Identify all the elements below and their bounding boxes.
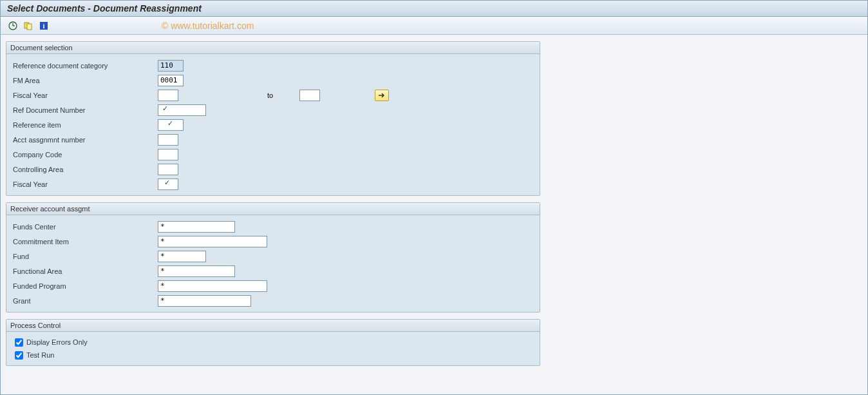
receiver-title: Receiver account assgmt: [6, 203, 540, 215]
receiver-group: Receiver account assgmt Funds Center Com…: [6, 202, 540, 313]
test-run-checkbox[interactable]: [15, 351, 23, 360]
ref-doc-num-label: Ref Document Number: [13, 106, 158, 114]
fund-input[interactable]: [158, 251, 206, 262]
funds-center-input[interactable]: [158, 221, 235, 233]
fiscal-year-to-input[interactable]: [299, 90, 320, 101]
ref-item-label: Reference item: [13, 121, 158, 129]
grant-input[interactable]: [158, 295, 251, 307]
content-area: Document selection Reference document ca…: [1, 35, 867, 379]
document-selection-group: Document selection Reference document ca…: [6, 41, 540, 196]
grant-label: Grant: [13, 297, 158, 305]
multiple-selection-button[interactable]: [375, 90, 389, 101]
window-title: Select Documents - Document Reassignment: [7, 3, 202, 14]
test-run-label: Test Run: [26, 351, 54, 359]
execute-icon[interactable]: [7, 20, 19, 32]
commitment-input[interactable]: [158, 236, 267, 247]
main-window: Select Documents - Document Reassignment…: [0, 0, 868, 395]
fiscal-year2-input[interactable]: [158, 178, 178, 190]
acct-num-label: Acct assgnmnt number: [13, 136, 158, 144]
variant-icon[interactable]: [23, 20, 34, 32]
ref-doc-cat-input[interactable]: [158, 60, 184, 72]
fiscal-year2-label: Fiscal Year: [13, 180, 158, 188]
fm-area-input[interactable]: [158, 75, 184, 86]
func-area-label: Functional Area: [13, 267, 158, 275]
company-code-label: Company Code: [13, 151, 158, 159]
info-icon[interactable]: i: [38, 20, 50, 32]
funds-center-label: Funds Center: [13, 223, 158, 231]
ref-doc-num-input[interactable]: [158, 104, 206, 116]
fiscal-year-from-input[interactable]: [158, 90, 178, 101]
func-area-input[interactable]: [158, 265, 235, 277]
fund-label: Fund: [13, 253, 158, 260]
fiscal-year-label: Fiscal Year: [13, 92, 158, 99]
display-errors-checkbox[interactable]: [15, 338, 23, 347]
company-code-input[interactable]: [158, 149, 178, 160]
watermark-text: © www.tutorialkart.com: [162, 21, 254, 31]
svg-text:i: i: [42, 22, 44, 30]
fm-area-label: FM Area: [13, 77, 158, 84]
toolbar: i © www.tutorialkart.com: [1, 17, 867, 35]
display-errors-label: Display Errors Only: [26, 338, 88, 346]
controlling-area-label: Controlling Area: [13, 166, 158, 173]
funded-prog-input[interactable]: [158, 280, 267, 292]
controlling-area-input[interactable]: [158, 164, 178, 175]
ref-doc-cat-label: Reference document category: [13, 62, 158, 70]
svg-rect-4: [27, 24, 32, 30]
title-bar: Select Documents - Document Reassignment: [1, 1, 867, 17]
fiscal-year-to-label: to: [267, 92, 273, 99]
process-control-title: Process Control: [6, 320, 540, 332]
acct-num-input[interactable]: [158, 134, 178, 146]
process-control-group: Process Control Display Errors Only Test…: [6, 319, 540, 366]
commitment-label: Commitment Item: [13, 238, 158, 246]
document-selection-title: Document selection: [6, 42, 540, 54]
funded-prog-label: Funded Program: [13, 282, 158, 290]
ref-item-input[interactable]: [158, 119, 184, 131]
